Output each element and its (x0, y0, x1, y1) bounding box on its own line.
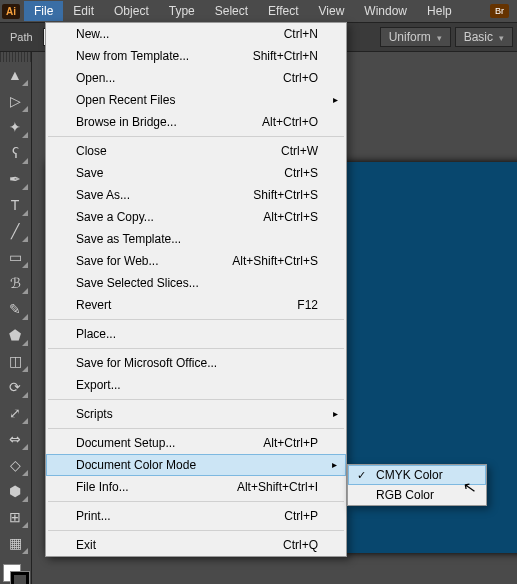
eraser-tool[interactable]: ◫ (0, 348, 30, 374)
menu-select[interactable]: Select (205, 1, 258, 21)
stroke-profile-dropdown[interactable]: Uniform (380, 27, 451, 47)
menu-type[interactable]: Type (159, 1, 205, 21)
pen-tool[interactable]: ✒ (0, 166, 30, 192)
type-tool[interactable]: T (0, 192, 30, 218)
shape-builder-tool[interactable]: ⬢ (0, 478, 30, 504)
menu-open-recent[interactable]: Open Recent Files (46, 89, 346, 111)
panel-grip[interactable] (0, 52, 31, 62)
menu-file[interactable]: File (24, 1, 63, 21)
stroke-color-box[interactable] (11, 572, 29, 584)
fill-stroke-control[interactable] (0, 562, 31, 584)
brush-dropdown[interactable]: Basic (455, 27, 513, 47)
menu-effect[interactable]: Effect (258, 1, 308, 21)
menu-save-ms-office[interactable]: Save for Microsoft Office... (46, 352, 346, 374)
menu-revert[interactable]: RevertF12 (46, 294, 346, 316)
menu-close[interactable]: CloseCtrl+W (46, 140, 346, 162)
menu-window[interactable]: Window (354, 1, 417, 21)
menubar: Ai File Edit Object Type Select Effect V… (0, 0, 517, 22)
brush-tool[interactable]: ℬ (0, 270, 30, 296)
submenu-cmyk[interactable]: CMYK Color (348, 465, 486, 485)
lasso-tool[interactable]: ʕ (0, 140, 30, 166)
menu-edit[interactable]: Edit (63, 1, 104, 21)
menu-open[interactable]: Open...Ctrl+O (46, 67, 346, 89)
menu-export[interactable]: Export... (46, 374, 346, 396)
bridge-icon[interactable]: Br (490, 4, 509, 18)
menu-save-template[interactable]: Save as Template... (46, 228, 346, 250)
pencil-tool[interactable]: ✎ (0, 296, 30, 322)
menu-document-color-mode[interactable]: Document Color Mode (46, 454, 346, 476)
mesh-tool[interactable]: ▦ (0, 530, 30, 556)
menu-save-copy[interactable]: Save a Copy...Alt+Ctrl+S (46, 206, 346, 228)
menu-save-slices[interactable]: Save Selected Slices... (46, 272, 346, 294)
menu-scripts[interactable]: Scripts (46, 403, 346, 425)
magic-wand-tool[interactable]: ✦ (0, 114, 30, 140)
menu-save-web[interactable]: Save for Web...Alt+Shift+Ctrl+S (46, 250, 346, 272)
width-tool[interactable]: ⇔ (0, 426, 30, 452)
menu-file-info[interactable]: File Info...Alt+Shift+Ctrl+I (46, 476, 346, 498)
submenu-rgb[interactable]: RGB Color (348, 485, 486, 505)
color-mode-submenu: CMYK Color RGB Color (347, 464, 487, 506)
free-transform-tool[interactable]: ◇ (0, 452, 30, 478)
blob-brush-tool[interactable]: ⬟ (0, 322, 30, 348)
file-menu-dropdown: New...Ctrl+N New from Template...Shift+C… (45, 22, 347, 557)
menu-object[interactable]: Object (104, 1, 159, 21)
menu-document-setup[interactable]: Document Setup...Alt+Ctrl+P (46, 432, 346, 454)
selection-tool[interactable]: ▲ (0, 62, 30, 88)
direct-selection-tool[interactable]: ▷ (0, 88, 30, 114)
menu-new-from-template[interactable]: New from Template...Shift+Ctrl+N (46, 45, 346, 67)
menu-help[interactable]: Help (417, 1, 462, 21)
selection-type-label: Path (4, 29, 39, 45)
menu-print[interactable]: Print...Ctrl+P (46, 505, 346, 527)
menu-save-as[interactable]: Save As...Shift+Ctrl+S (46, 184, 346, 206)
rotate-tool[interactable]: ⟳ (0, 374, 30, 400)
menu-exit[interactable]: ExitCtrl+Q (46, 534, 346, 556)
menu-save[interactable]: SaveCtrl+S (46, 162, 346, 184)
app-logo: Ai (2, 4, 20, 19)
menu-browse-bridge[interactable]: Browse in Bridge...Alt+Ctrl+O (46, 111, 346, 133)
rectangle-tool[interactable]: ▭ (0, 244, 30, 270)
scale-tool[interactable]: ⤢ (0, 400, 30, 426)
menu-view[interactable]: View (309, 1, 355, 21)
line-tool[interactable]: ╱ (0, 218, 30, 244)
tools-panel: ▲ ▷ ✦ ʕ ✒ T ╱ ▭ ℬ ✎ ⬟ ◫ ⟳ ⤢ ⇔ ◇ ⬢ ⊞ ▦ (0, 52, 32, 584)
menu-place[interactable]: Place... (46, 323, 346, 345)
perspective-tool[interactable]: ⊞ (0, 504, 30, 530)
menu-new[interactable]: New...Ctrl+N (46, 23, 346, 45)
